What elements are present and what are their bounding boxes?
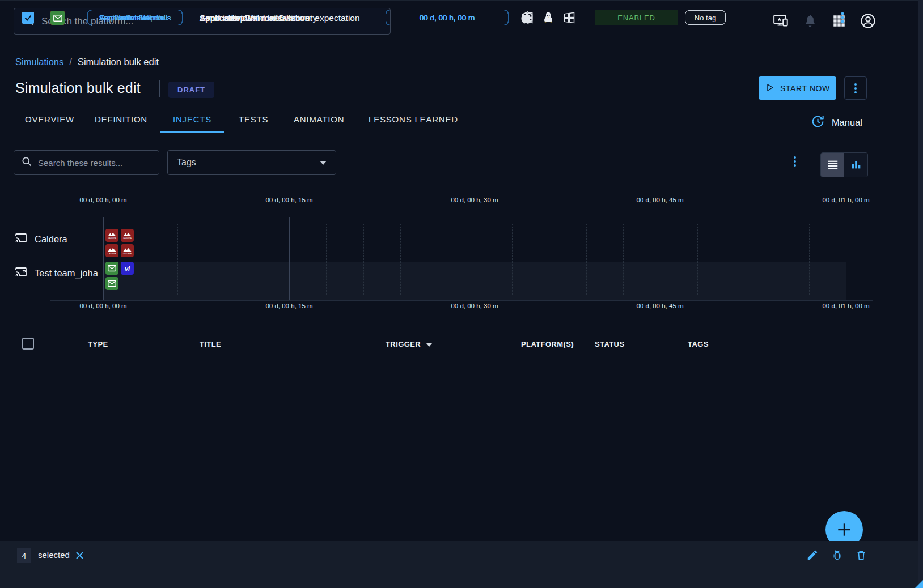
column-header-type[interactable]: TYPE (88, 340, 108, 348)
status-badge: DRAFT (168, 82, 214, 98)
column-header-tags[interactable]: TAGS (688, 340, 709, 348)
selection-toolbar: 4 selected (0, 541, 923, 588)
distribution-view-button[interactable] (844, 153, 867, 177)
column-header-title[interactable]: TITLE (200, 340, 221, 348)
title-divider (159, 80, 160, 97)
timeline-gridline (697, 224, 698, 295)
timeline-gridline (772, 224, 772, 295)
timeline-bottom-tick-4: 00 d, 01 h, 00 m (801, 302, 891, 309)
timeline-gridline (846, 217, 846, 300)
timeline-gridline (141, 224, 141, 295)
tab-tests[interactable]: TESTS (226, 105, 281, 133)
plus-icon (835, 521, 853, 539)
results-search[interactable] (14, 150, 159, 175)
tags-filter-label: Tags (177, 157, 196, 168)
timeline-row-label-caldera: Caldera (14, 231, 102, 247)
clear-selection-button[interactable] (73, 548, 86, 562)
timeline-gridline (400, 224, 401, 295)
email-inject-icon[interactable] (105, 277, 118, 290)
update-mode-label: Manual (832, 117, 862, 128)
list-options-button[interactable] (794, 156, 796, 167)
trigger-chip[interactable]: 00 d, 00 h, 00 m (386, 10, 509, 25)
tab-definition[interactable]: DEFINITION (82, 105, 160, 133)
scrollbar[interactable] (918, 0, 923, 588)
svg-text:CALDERA: CALDERA (108, 253, 117, 255)
tab-bar: OVERVIEW DEFINITION INJECTS TESTS ANIMAT… (0, 105, 923, 133)
timeline-top-tick-3: 00 d, 00 h, 45 m (615, 197, 705, 203)
timeline-gridline (289, 217, 290, 300)
cast-icon (14, 231, 28, 247)
tab-animation[interactable]: ANIMATION (281, 105, 357, 133)
openbas-platform-icon (520, 11, 534, 24)
tab-lessons-learned[interactable]: LESSONS LEARNED (356, 105, 471, 133)
column-header-trigger[interactable]: TRIGGER (386, 340, 432, 348)
trash-icon (855, 549, 867, 561)
tab-injects[interactable]: INJECTS (160, 105, 224, 133)
tab-overview[interactable]: OVERVIEW (12, 105, 87, 133)
more-vert-icon (854, 83, 857, 93)
timeline-gridline (735, 224, 735, 295)
inject-title: Send individual mails without expectatio… (200, 13, 360, 23)
row-more-button[interactable] (835, 10, 850, 25)
timeline-top-tick-0: 00 d, 00 h, 00 m (58, 197, 149, 203)
select-all-checkbox[interactable] (22, 338, 34, 350)
table-row[interactable]: Send individual mails Send individual ma… (0, 0, 923, 34)
bulk-edit-button[interactable] (805, 548, 820, 563)
timeline-gridline (623, 224, 624, 295)
email-type-icon (50, 11, 65, 25)
bar-chart-icon (850, 159, 862, 171)
timeline-top-tick-4: 00 d, 01 h, 00 m (801, 197, 891, 203)
timeline-gridline (438, 224, 438, 295)
page-title: Simulation bulk edit (15, 80, 141, 96)
timeline-gridline (661, 217, 661, 300)
search-icon (21, 156, 32, 169)
timeline-gridline (103, 217, 104, 300)
list-icon (827, 159, 839, 171)
row-checkbox[interactable] (22, 12, 34, 24)
play-icon (765, 83, 774, 94)
more-vert-icon (841, 12, 844, 23)
breadcrumb-simulations-link[interactable]: Simulations (15, 57, 63, 67)
close-icon (74, 550, 85, 561)
timeline-bottom-tick-1: 00 d, 00 h, 15 m (244, 302, 335, 309)
inject-type-chip[interactable]: Send individual mails (87, 10, 183, 25)
app-window: Simulations / Simulation bulk edit Simul… (0, 0, 923, 588)
svg-text:CALDERA: CALDERA (123, 237, 132, 240)
table-header: TYPE TITLE TRIGGER PLATFORM(S) STATUS TA… (0, 329, 923, 361)
tags-filter-select[interactable]: Tags (167, 150, 336, 175)
tag-chip[interactable]: No tag (685, 10, 726, 25)
caldera-inject-icon[interactable]: CALDERA (105, 229, 118, 242)
column-header-status[interactable]: STATUS (595, 340, 624, 348)
timeline-gridline (326, 224, 327, 295)
bulk-test-button[interactable] (829, 548, 844, 563)
svg-text:CALDERA: CALDERA (108, 237, 117, 240)
update-mode[interactable]: Manual (811, 114, 862, 131)
timeline-gridline (475, 217, 475, 300)
update-clock-icon (811, 114, 825, 131)
cast-education-icon (14, 265, 28, 281)
list-view-button[interactable] (821, 153, 844, 177)
vk-inject-icon[interactable]: vi (121, 262, 134, 275)
timeline-gridline (252, 224, 252, 295)
timeline-bottom-tick-2: 00 d, 00 h, 30 m (429, 302, 520, 309)
simulation-more-button[interactable] (844, 76, 867, 100)
breadcrumb-separator: / (69, 57, 72, 67)
caldera-inject-icon[interactable]: CALDERA (121, 229, 134, 242)
sort-desc-icon (426, 343, 432, 347)
column-header-platforms[interactable]: PLATFORM(S) (521, 340, 574, 348)
timeline-gridline (586, 224, 587, 295)
timeline-gridline (363, 224, 364, 295)
email-inject-icon[interactable] (105, 262, 118, 275)
start-now-button[interactable]: START NOW (759, 76, 836, 100)
timeline-bottom-tick-3: 00 d, 00 h, 45 m (615, 302, 705, 309)
caldera-inject-icon[interactable]: CALDERA (121, 244, 134, 257)
corner-accent (914, 580, 923, 588)
results-search-input[interactable] (38, 158, 152, 168)
timeline-gridline (809, 224, 810, 295)
caldera-inject-icon[interactable]: CALDERA (105, 244, 118, 257)
scrollbar-thumb[interactable] (918, 0, 923, 238)
breadcrumb: Simulations / Simulation bulk edit (15, 57, 159, 67)
more-vert-icon (794, 156, 796, 167)
chevron-down-icon (320, 161, 327, 165)
bulk-delete-button[interactable] (854, 548, 869, 563)
